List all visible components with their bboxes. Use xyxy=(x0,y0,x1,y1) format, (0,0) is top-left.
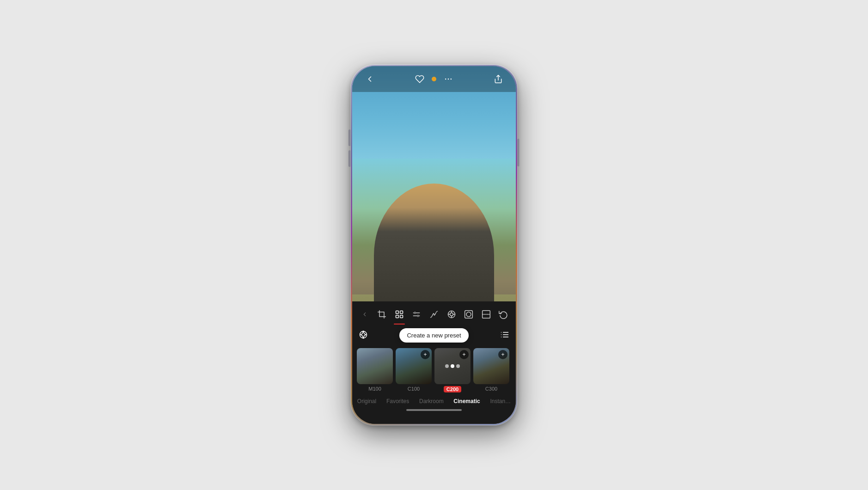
preset-c200-dots xyxy=(445,364,460,368)
phone-frame: Create a new preset xyxy=(351,65,517,425)
svg-point-11 xyxy=(414,312,416,313)
phone-screen: Create a new preset xyxy=(352,66,516,424)
tool-selective[interactable] xyxy=(478,306,495,323)
svg-point-2 xyxy=(451,79,452,80)
preset-compass-button[interactable] xyxy=(359,330,368,341)
preset-c300-thumb: + xyxy=(473,348,509,384)
svg-rect-20 xyxy=(465,311,473,318)
top-navigation-bar xyxy=(352,66,516,92)
svg-line-13 xyxy=(430,311,437,317)
preset-action-bar: Create a new preset xyxy=(352,325,516,345)
category-tabs: Original Favorites Darkroom Cinematic In… xyxy=(352,394,516,407)
top-bar-center xyxy=(411,71,457,87)
tab-original[interactable]: Original xyxy=(355,397,378,405)
bottom-panel: Create a new preset xyxy=(352,301,516,424)
more-button[interactable] xyxy=(440,71,457,87)
tool-adjust[interactable] xyxy=(408,306,425,323)
tooltip-container: Create a new preset xyxy=(368,328,500,343)
preset-list-button[interactable] xyxy=(500,330,509,341)
back-button[interactable] xyxy=(361,71,378,87)
tool-history[interactable] xyxy=(495,306,512,323)
tool-crop[interactable] xyxy=(373,306,390,323)
preset-m100-label: M100 xyxy=(368,386,381,392)
preset-c300-label: C300 xyxy=(485,386,497,392)
preset-dot-2 xyxy=(451,364,454,368)
svg-rect-5 xyxy=(396,311,398,314)
svg-point-12 xyxy=(417,315,419,317)
tab-cinematic[interactable]: Cinematic xyxy=(452,397,482,405)
create-preset-tooltip[interactable]: Create a new preset xyxy=(399,328,468,343)
preset-m100-image xyxy=(357,348,393,384)
preset-c300[interactable]: + C300 xyxy=(473,348,509,392)
heart-button[interactable] xyxy=(411,71,428,87)
svg-rect-8 xyxy=(400,315,403,318)
tool-vignette[interactable] xyxy=(460,306,477,323)
svg-rect-7 xyxy=(396,315,398,318)
tools-bar xyxy=(352,301,516,325)
preset-c200-add-button[interactable]: + xyxy=(459,350,469,359)
preset-c200-label: C200 xyxy=(444,386,461,392)
presets-scroll: M100 + C100 xyxy=(352,345,516,394)
phone-device: Create a new preset xyxy=(351,65,517,425)
tool-curves[interactable] xyxy=(426,306,442,323)
tab-favorites[interactable]: Favorites xyxy=(385,397,411,405)
preset-dot-1 xyxy=(445,364,449,368)
preset-m100[interactable]: M100 xyxy=(357,348,393,392)
preset-c100-add-button[interactable]: + xyxy=(421,350,430,359)
dynamic-island-dot xyxy=(432,77,436,81)
preset-m100-thumb xyxy=(357,348,393,384)
preset-c100-label: C100 xyxy=(408,386,420,392)
svg-point-1 xyxy=(448,79,449,80)
tool-presets[interactable] xyxy=(391,306,408,323)
preset-c200[interactable]: + C200 xyxy=(434,348,471,392)
home-indicator xyxy=(406,409,462,411)
preset-c100[interactable]: + C100 xyxy=(396,348,432,392)
tools-scroll-left[interactable] xyxy=(356,306,373,323)
power-button[interactable] xyxy=(517,139,520,166)
share-button[interactable] xyxy=(490,71,507,87)
svg-point-21 xyxy=(466,312,471,317)
svg-point-0 xyxy=(445,79,446,80)
preset-dot-3 xyxy=(456,364,460,368)
svg-rect-4 xyxy=(379,312,384,317)
tool-heal[interactable] xyxy=(443,306,460,323)
svg-rect-6 xyxy=(400,311,403,314)
preset-c100-thumb: + xyxy=(396,348,432,384)
tab-darkroom[interactable]: Darkroom xyxy=(417,397,446,405)
tab-instant[interactable]: Instan… xyxy=(488,397,513,405)
svg-point-15 xyxy=(450,313,453,316)
preset-c300-add-button[interactable]: + xyxy=(498,350,507,359)
preset-c200-thumb: + xyxy=(434,348,471,384)
